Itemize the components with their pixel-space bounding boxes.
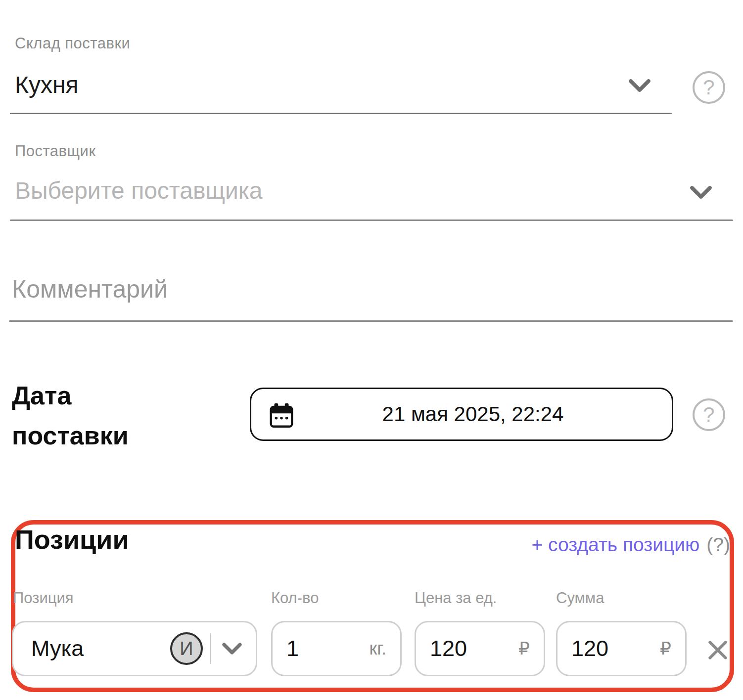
quantity-input[interactable]: 1 кг. bbox=[271, 621, 402, 676]
unit-price-currency: ₽ bbox=[518, 638, 530, 659]
delivery-date-value: 21 мая 2025, 22:24 bbox=[382, 402, 564, 426]
comment-underline bbox=[9, 320, 733, 322]
position-value: Мука bbox=[31, 636, 170, 661]
help-glyph: ? bbox=[703, 403, 714, 427]
warehouse-help-icon[interactable]: ? bbox=[693, 71, 725, 104]
positions-help[interactable]: (?) bbox=[706, 534, 730, 556]
total-value: 120 bbox=[571, 636, 660, 661]
supplier-underline bbox=[10, 219, 733, 221]
warehouse-underline bbox=[10, 113, 672, 114]
unit-price-input[interactable]: 120 ₽ bbox=[415, 621, 545, 676]
unit-price-value: 120 bbox=[430, 636, 518, 661]
column-label-unit-price: Цена за ед. bbox=[415, 589, 497, 607]
positions-header-actions: + создать позицию (?) bbox=[0, 534, 730, 556]
delivery-date-help-icon[interactable]: ? bbox=[693, 398, 725, 431]
column-label-position: Позиция bbox=[13, 589, 74, 607]
supplier-label: Поставщик bbox=[15, 142, 95, 160]
delivery-date-button[interactable]: 21 мая 2025, 22:24 bbox=[250, 388, 673, 441]
chevron-down-icon[interactable] bbox=[220, 639, 244, 658]
supplier-select[interactable]: Выберите поставщика bbox=[15, 177, 263, 204]
quantity-value: 1 bbox=[286, 636, 370, 661]
total-input[interactable]: 120 ₽ bbox=[556, 621, 687, 676]
badge-letter: И bbox=[180, 638, 193, 659]
total-currency: ₽ bbox=[660, 638, 671, 659]
column-label-quantity: Кол-во bbox=[271, 589, 319, 607]
help-glyph: ? bbox=[703, 76, 714, 99]
calendar-icon bbox=[267, 401, 296, 430]
ingredient-badge: И bbox=[170, 632, 203, 665]
chevron-down-icon[interactable] bbox=[688, 181, 714, 204]
comment-input[interactable]: Комментарий bbox=[12, 275, 168, 304]
delivery-date-label: Дата поставки bbox=[12, 376, 180, 455]
quantity-unit: кг. bbox=[370, 638, 387, 659]
column-label-total: Сумма bbox=[556, 589, 604, 607]
create-position-link[interactable]: + создать позицию bbox=[531, 534, 699, 556]
field-divider bbox=[210, 633, 211, 664]
warehouse-select[interactable]: Кухня bbox=[15, 71, 78, 98]
warehouse-label: Склад поставки bbox=[15, 35, 130, 52]
delete-row-icon[interactable] bbox=[704, 637, 731, 663]
chevron-down-icon[interactable] bbox=[626, 74, 653, 97]
supply-form: Склад поставки Кухня ? Поставщик Выберит… bbox=[0, 0, 743, 700]
position-select-field[interactable]: Мука И bbox=[12, 621, 257, 676]
